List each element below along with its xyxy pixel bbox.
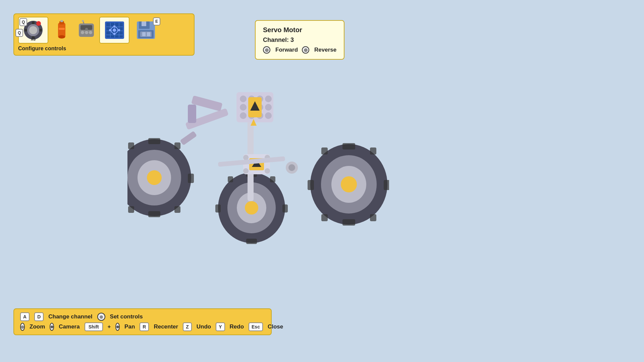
toolbar-item-motor[interactable] [50, 17, 73, 44]
svg-point-83 [265, 168, 270, 174]
svg-rect-60 [215, 204, 221, 213]
svg-point-90 [265, 96, 272, 102]
svg-rect-59 [246, 239, 257, 244]
svg-point-11 [58, 35, 65, 39]
svg-rect-61 [282, 204, 288, 213]
toolbar-items: Q Q x3 [17, 17, 191, 44]
key-r: R [140, 322, 149, 331]
svg-point-106 [288, 164, 295, 171]
key-y: Y [216, 322, 225, 331]
toolbar-item-blueprint[interactable] [99, 17, 129, 44]
svg-point-57 [245, 201, 258, 215]
svg-rect-37 [142, 21, 146, 26]
hud-camera-icon: ⊕ [50, 323, 54, 331]
svg-point-18 [85, 28, 88, 31]
hud-set-controls-icon: ◎ [97, 313, 105, 321]
hud-plus: + [108, 324, 111, 330]
svg-rect-62 [270, 176, 275, 182]
svg-rect-12 [59, 28, 65, 30]
hud-camera-label: Camera [59, 323, 79, 330]
svg-rect-68 [342, 143, 355, 149]
info-title: Servo Motor [263, 26, 336, 34]
key-d: D [34, 312, 44, 321]
motor-icon [54, 19, 69, 41]
key-a: A [20, 312, 30, 321]
svg-point-45 [147, 170, 162, 185]
toolbar-key-q: Q [15, 29, 23, 37]
svg-point-67 [341, 176, 357, 192]
svg-rect-31 [113, 25, 115, 27]
wheel-count: x3 [31, 37, 36, 42]
svg-rect-3 [24, 29, 27, 32]
svg-point-87 [240, 96, 247, 102]
hud-row-2: ◎ Zoom ⊕ Camera Shift + ⊕ Pan R Recenter… [20, 322, 265, 331]
svg-rect-33 [109, 29, 111, 31]
toolbar-item-remote[interactable] [74, 17, 98, 44]
svg-point-95 [240, 112, 247, 119]
hud-undo-label: Undo [197, 323, 211, 330]
svg-rect-75 [321, 214, 328, 221]
hud-redo-label: Redo [230, 323, 244, 330]
svg-rect-50 [174, 142, 180, 149]
hud: A D Change channel ◎ Set controls ◎ Zoom… [13, 308, 272, 335]
svg-rect-63 [228, 176, 233, 182]
svg-point-2 [29, 26, 37, 34]
svg-rect-51 [128, 142, 134, 149]
svg-rect-52 [174, 206, 180, 213]
svg-rect-32 [113, 33, 115, 35]
key-q: Q [19, 18, 27, 26]
svg-rect-74 [370, 214, 376, 221]
hud-close-label: Close [268, 323, 283, 330]
svg-rect-69 [342, 219, 355, 226]
key-esc: Esc [249, 322, 263, 331]
svg-rect-47 [148, 211, 160, 217]
svg-point-94 [265, 104, 272, 111]
svg-point-16 [85, 31, 88, 34]
key-shift: Shift [85, 322, 103, 331]
hud-zoom-icon: ◎ [20, 323, 25, 331]
svg-point-98 [265, 112, 272, 119]
svg-rect-5 [32, 21, 35, 24]
key-z: Z [183, 322, 192, 331]
svg-point-7 [36, 21, 41, 26]
svg-point-30 [113, 28, 116, 32]
hud-set-controls-label: Set controls [110, 313, 143, 320]
svg-rect-46 [148, 138, 160, 144]
svg-rect-41 [147, 32, 150, 36]
svg-rect-104 [188, 105, 196, 123]
hud-recenter-label: Recenter [154, 323, 178, 330]
svg-point-80 [243, 155, 249, 160]
svg-rect-85 [180, 131, 197, 145]
robot-model [127, 40, 389, 248]
svg-rect-49 [188, 174, 194, 183]
hud-row-1: A D Change channel ◎ Set controls [20, 312, 265, 321]
key-e: E [153, 17, 160, 25]
robot-svg [127, 40, 389, 248]
hud-pan-label: Pan [124, 323, 135, 330]
blueprint-icon [104, 20, 125, 40]
svg-rect-40 [142, 32, 146, 36]
hud-pan-icon: ⊕ [115, 323, 120, 331]
svg-rect-71 [384, 180, 389, 190]
toolbar-item-save[interactable]: E [131, 17, 161, 44]
svg-rect-73 [321, 147, 328, 155]
svg-point-82 [243, 168, 249, 174]
svg-rect-72 [370, 147, 376, 155]
svg-rect-4 [39, 29, 42, 32]
svg-rect-70 [308, 180, 314, 190]
svg-point-91 [240, 104, 247, 111]
svg-point-15 [81, 31, 84, 34]
svg-rect-34 [118, 29, 120, 31]
remote-icon [77, 20, 96, 40]
svg-rect-10 [60, 20, 63, 22]
svg-rect-53 [128, 206, 134, 213]
hud-change-channel-label: Change channel [48, 313, 92, 320]
hud-zoom-label: Zoom [30, 323, 45, 330]
svg-point-17 [89, 31, 92, 34]
